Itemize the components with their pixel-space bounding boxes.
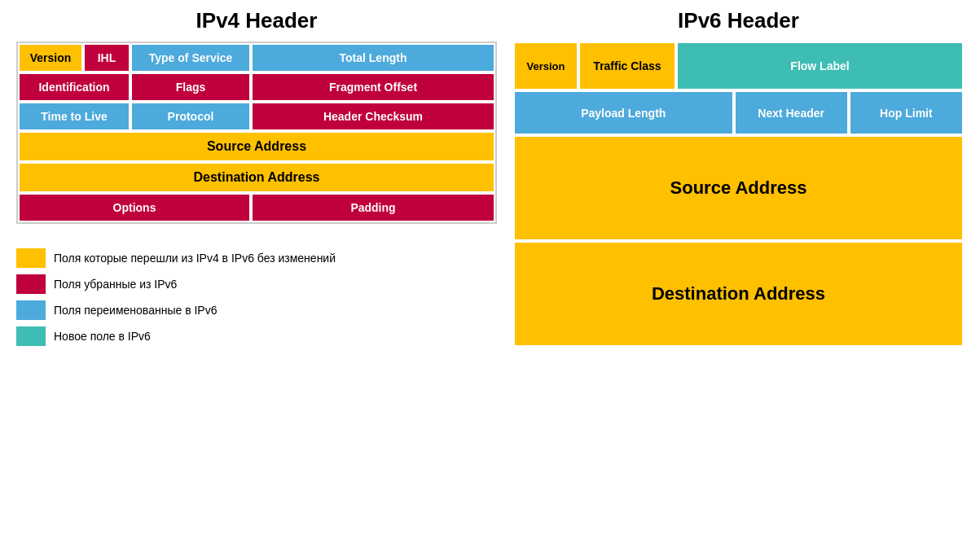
legend-renamed: Поля переименованные в IPv6 [16, 300, 497, 320]
ipv4-header-checksum: Header Checksum [251, 102, 495, 131]
ipv6-next-header: Next Header [734, 90, 849, 135]
ipv4-options: Options [18, 193, 251, 222]
ipv6-destination-address: Destination Address [513, 241, 964, 347]
ipv4-tos: Type of Service [130, 43, 251, 72]
ipv4-ttl: Time to Live [18, 102, 130, 131]
ipv4-total-length: Total Length [251, 43, 495, 72]
ipv4-padding: Padding [251, 193, 495, 222]
ipv6-row1: Version Traffic Class Flow Label [513, 42, 964, 90]
legend-new: Новое поле в IPv6 [16, 326, 497, 346]
ipv4-destination-address: Destination Address [18, 162, 495, 193]
ipv6-payload-length: Payload Length [513, 90, 734, 135]
ipv6-panel: IPv6 Header Version Traffic Class Flow L… [513, 8, 964, 544]
ipv6-dest-row: Destination Address [513, 241, 964, 347]
ipv6-title: IPv6 Header [513, 8, 964, 33]
ipv4-grid: Version IHL Type of Service Total Length… [16, 42, 497, 224]
ipv4-ihl: IHL [83, 43, 130, 72]
legend-removed: Поля убранные из IPv6 [16, 274, 497, 294]
ipv6-hop-limit: Hop Limit [849, 90, 964, 135]
ipv4-frag-offset: Fragment Offset [251, 72, 495, 102]
legend: Поля которые перешли из IPv4 в IPv6 без … [16, 248, 497, 346]
ipv6-grid: Version Traffic Class Flow Label Payload… [513, 42, 964, 347]
ipv4-protocol: Protocol [130, 102, 251, 131]
legend-teal-box [16, 326, 46, 346]
legend-unchanged: Поля которые перешли из IPv4 в IPv6 без … [16, 248, 497, 268]
ipv4-version: Version [18, 43, 83, 72]
ipv4-identification: Identification [18, 72, 130, 102]
legend-red-box [16, 274, 46, 294]
ipv6-row2: Payload Length Next Header Hop Limit [513, 90, 964, 135]
ipv4-source-address: Source Address [18, 131, 495, 162]
legend-yellow-box [16, 248, 46, 268]
ipv6-version: Version [513, 42, 578, 90]
ipv6-flow-label: Flow Label [676, 42, 964, 90]
ipv6-traffic-class: Traffic Class [578, 42, 676, 90]
legend-blue-box [16, 300, 46, 320]
ipv6-source-address: Source Address [513, 135, 964, 241]
ipv4-title: IPv4 Header [16, 8, 497, 33]
ipv4-flags: Flags [130, 72, 251, 102]
ipv4-panel: IPv4 Header Version IHL Type of Service … [16, 8, 497, 544]
ipv6-source-row: Source Address [513, 135, 964, 241]
